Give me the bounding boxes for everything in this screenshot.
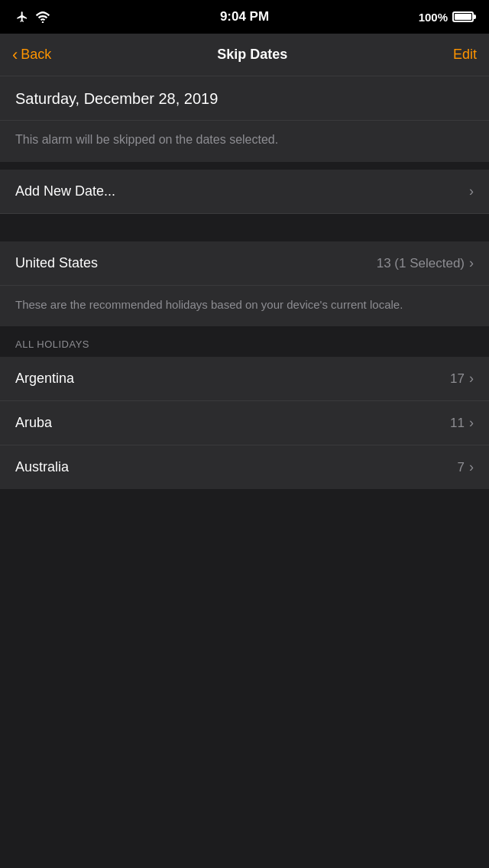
holiday-item-argentina[interactable]: Argentina 17 › [0,357,489,401]
recommended-subtitle-text: These are the recommended holidays based… [15,296,474,313]
airplane-icon [15,11,29,23]
status-right: 100% [419,11,474,24]
holiday-right-aruba: 11 › [450,415,474,431]
holiday-right-australia: 7 › [458,459,474,475]
add-new-date-item[interactable]: Add New Date... › [0,170,489,214]
add-new-date-right: › [469,183,474,199]
status-time: 9:04 PM [220,9,269,24]
country-name: United States [15,255,98,271]
status-bar: 9:04 PM 100% [0,0,489,34]
wifi-icon [35,11,50,23]
holiday-item-aruba[interactable]: Aruba 11 › [0,401,489,445]
status-left-icons [15,11,50,23]
holiday-count-argentina: 17 [450,371,465,387]
recommended-subtitle: These are the recommended holidays based… [0,286,489,326]
spacer-2 [0,214,489,241]
chevron-right-icon-country: › [469,255,474,271]
chevron-right-aruba: › [469,415,474,431]
holiday-item-australia[interactable]: Australia 7 › [0,445,489,489]
date-section: Saturday, December 28, 2019 [0,76,489,121]
chevron-right-argentina: › [469,371,474,387]
date-subtitle-section: This alarm will be skipped on the dates … [0,121,489,162]
nav-bar: ‹ Back Skip Dates Edit [0,34,489,76]
all-holidays-label: ALL HOLIDAYS [15,338,89,350]
battery-percent: 100% [419,11,448,24]
united-states-item[interactable]: United States 13 (1 Selected) › [0,241,489,286]
back-label: Back [21,47,51,63]
chevron-left-icon: ‹ [12,47,18,63]
back-button[interactable]: ‹ Back [12,47,51,63]
spacer-1 [0,162,489,170]
date-text: Saturday, December 28, 2019 [15,90,474,108]
content: Saturday, December 28, 2019 This alarm w… [0,76,489,489]
add-new-date-label: Add New Date... [15,183,115,199]
country-badge: 13 (1 Selected) [377,256,465,271]
battery-icon [452,11,474,22]
svg-point-0 [42,21,44,22]
holiday-name-argentina: Argentina [15,371,74,387]
holiday-count-aruba: 11 [450,416,465,431]
recommended-section: United States 13 (1 Selected) › These ar… [0,241,489,326]
holiday-name-aruba: Aruba [15,415,52,431]
holiday-count-australia: 7 [458,460,465,475]
holiday-name-australia: Australia [15,459,69,475]
country-badge-right: 13 (1 Selected) › [377,255,474,271]
chevron-right-australia: › [469,459,474,475]
edit-button[interactable]: Edit [453,47,477,63]
all-holidays-header: ALL HOLIDAYS [0,326,489,357]
date-subtitle-text: This alarm will be skipped on the dates … [15,131,474,148]
nav-title: Skip Dates [217,47,287,63]
holiday-right-argentina: 17 › [450,371,474,387]
chevron-right-icon: › [469,183,474,199]
holidays-section: Argentina 17 › Aruba 11 › Australia 7 › [0,357,489,489]
